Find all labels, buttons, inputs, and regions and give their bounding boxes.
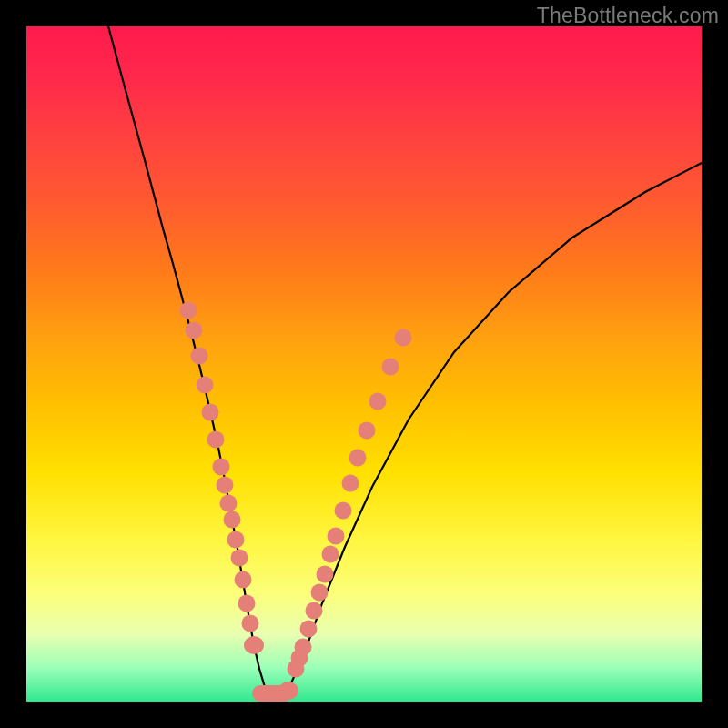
- plot-area: [26, 26, 702, 702]
- marker-dot: [322, 546, 339, 563]
- marker-dot: [317, 566, 334, 583]
- marker-dot: [395, 329, 412, 347]
- marker-dot: [213, 459, 230, 476]
- marker-dot: [186, 322, 203, 339]
- marker-dot: [306, 602, 323, 620]
- marker-dot: [197, 377, 214, 394]
- marker-dot: [220, 495, 238, 512]
- marker-dot: [382, 359, 399, 376]
- marker-dot: [335, 502, 352, 520]
- marker-dot: [180, 302, 197, 319]
- markers-right-cluster: [288, 329, 412, 678]
- marker-cap: [244, 636, 264, 654]
- marker-dot: [228, 531, 245, 549]
- marker-dot: [328, 528, 345, 545]
- marker-dot: [235, 571, 252, 589]
- marker-dot: [242, 615, 259, 632]
- marker-dot: [217, 477, 234, 494]
- marker-dot: [311, 584, 329, 602]
- marker-dot: [295, 639, 312, 656]
- marker-dot: [231, 550, 248, 567]
- marker-dot: [202, 404, 219, 421]
- marker-cap: [278, 682, 298, 700]
- chart-svg: [26, 26, 702, 702]
- marker-dot: [238, 595, 256, 612]
- marker-dot: [349, 450, 367, 467]
- chart-stage: TheBottleneck.com: [0, 0, 728, 728]
- marker-dot: [359, 422, 376, 440]
- marker-dot: [369, 393, 387, 410]
- marker-dot: [191, 348, 208, 365]
- marker-dot: [342, 475, 359, 492]
- marker-dot: [207, 431, 225, 449]
- marker-dot: [224, 511, 241, 529]
- marker-dot: [300, 621, 318, 638]
- markers-left-cluster: [180, 302, 259, 632]
- watermark-text: TheBottleneck.com: [537, 4, 719, 28]
